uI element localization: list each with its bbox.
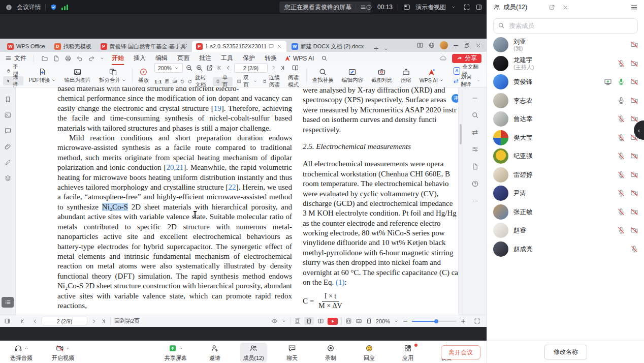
bottombar-button[interactable]: 共享屏幕	[162, 343, 190, 362]
statusbar-zoom-label[interactable]: 200%	[376, 318, 390, 324]
fit-width-icon[interactable]	[356, 318, 362, 324]
popout-panel-icon[interactable]	[549, 4, 555, 11]
menu-item[interactable]: 转换	[265, 54, 277, 63]
menu-item[interactable]: 工具	[221, 54, 233, 63]
print-icon[interactable]	[65, 55, 72, 62]
skin-settings-icon[interactable]	[428, 42, 435, 49]
wps-document-tab[interactable]: P 1-s2.0-S2352152X23011337	[192, 41, 286, 52]
continuous-mode-icon[interactable]	[294, 318, 301, 324]
bottombar-button[interactable]: 邀请	[201, 343, 229, 362]
menu-item[interactable]: 开始	[112, 54, 124, 63]
member-row[interactable]: 刘亚 (我)	[487, 36, 644, 54]
fullscreen-icon[interactable]	[463, 4, 470, 11]
rename-button[interactable]: 修改名称	[544, 345, 587, 359]
bottombar-button[interactable]: 应用	[394, 343, 422, 362]
minimize-window-icon[interactable]	[453, 42, 459, 49]
first-page-icon[interactable]	[216, 65, 222, 71]
bottombar-button[interactable]: 聊天	[278, 343, 306, 362]
play-slideshow-button[interactable]: 播放	[136, 67, 151, 84]
zoom-out-icon[interactable]	[185, 64, 193, 72]
annotation-badge-icon[interactable]	[268, 43, 274, 49]
page-number-input[interactable]	[235, 65, 267, 72]
search-members-input[interactable]	[493, 18, 638, 34]
fit-width-icon[interactable]	[172, 78, 177, 85]
info-icon[interactable]	[5, 4, 13, 11]
edit-content-button[interactable]: 编辑内容	[339, 67, 366, 84]
bottombar-button[interactable]: 回应	[356, 343, 383, 362]
member-row[interactable]: 赵睿	[487, 221, 644, 240]
close-panel-icon[interactable]	[562, 4, 569, 11]
chevron-down-icon[interactable]	[451, 5, 456, 10]
layers-icon[interactable]	[4, 174, 12, 182]
bottombar-button[interactable]: 录制	[317, 343, 344, 362]
statusbar-page-input[interactable]	[42, 317, 87, 325]
wps-document-tab[interactable]: D 找稻壳模板	[50, 41, 95, 52]
undo-icon[interactable]	[76, 55, 83, 62]
bottombar-button[interactable]: 选择音频	[7, 343, 36, 362]
save-icon[interactable]	[53, 55, 60, 62]
restore-window-icon[interactable]	[464, 42, 470, 49]
member-row[interactable]: 黄俊锋	[487, 73, 644, 92]
menu-item[interactable]: 插入	[134, 54, 146, 63]
sidebar-toggle-icon[interactable]	[4, 318, 11, 324]
export-image-button[interactable]: 输出为图片	[62, 67, 94, 84]
chevron-down-icon[interactable]	[100, 56, 105, 61]
double-page-mode-icon[interactable]	[317, 318, 324, 324]
cloud-sync-icon[interactable]	[439, 54, 447, 62]
pdf-page[interactable]: based materials with tailored structure …	[16, 87, 458, 315]
help-icon[interactable]	[471, 180, 479, 188]
redo-icon[interactable]	[88, 55, 95, 62]
wps-ai-button[interactable]: WPS AI	[417, 68, 446, 84]
menu-item[interactable]: 页面	[177, 54, 189, 63]
open-file-icon[interactable]	[41, 55, 48, 62]
menu-item[interactable]: 编辑	[155, 54, 168, 63]
page-preview-icon[interactable]	[471, 163, 479, 170]
actual-size-button[interactable]: 1:1	[154, 79, 162, 84]
member-row[interactable]: 樊大宝	[487, 129, 644, 147]
wps-document-tab[interactable]: W WPS Office	[3, 41, 49, 52]
select-tool-button[interactable]: 选择	[3, 76, 23, 85]
single-page-button[interactable]: 单页	[213, 77, 233, 86]
wps-ai-menu[interactable]: WPS AI	[284, 55, 314, 62]
catalog-toggle-button[interactable]	[2, 297, 14, 308]
member-row[interactable]: 曾达幸	[487, 110, 644, 129]
share-button[interactable]: 分享	[452, 54, 481, 63]
pdf-convert-button[interactable]: PDF转换	[26, 67, 59, 84]
chevron-down-icon[interactable]	[281, 319, 286, 324]
zoom-in-plus-icon[interactable]	[460, 318, 466, 324]
tab-list-chevron-icon[interactable]	[383, 47, 389, 52]
member-row[interactable]: 龙建宇 (主持人)	[487, 54, 644, 73]
zoom-in-icon[interactable]	[196, 64, 203, 72]
chevron-up-icon[interactable]	[24, 346, 29, 351]
zoom-slider[interactable]	[412, 321, 457, 322]
single-page-mode-icon[interactable]	[304, 317, 314, 325]
scrollbar-thumb[interactable]	[460, 124, 462, 144]
find-replace-button[interactable]: 查找替换	[310, 67, 336, 84]
comment-icon[interactable]	[4, 127, 12, 135]
split-view-icon[interactable]	[416, 42, 424, 49]
leave-meeting-button[interactable]: 离开会议	[441, 345, 480, 359]
last-page-icon[interactable]	[101, 318, 107, 324]
view-layout-icon[interactable]	[403, 4, 410, 11]
double-page-button[interactable]: 双页	[235, 77, 259, 86]
actual-size-icon[interactable]	[366, 318, 372, 324]
wps-document-tab[interactable]: W 新建 DOCX 文档 (2).docx	[287, 41, 368, 52]
search-icon[interactable]	[471, 111, 479, 119]
chevron-up-icon[interactable]	[178, 346, 183, 351]
bottombar-button[interactable]: 成员(12)	[240, 343, 267, 362]
last-page-icon[interactable]	[279, 65, 286, 71]
word-translate-button[interactable]: ⇄划词翻译	[450, 76, 484, 85]
translate-bubble-icon[interactable]: 译	[452, 94, 458, 103]
thumbnail-icon[interactable]	[4, 111, 12, 119]
rotate-right-icon[interactable]	[187, 78, 192, 85]
more-tools-icon[interactable]	[471, 197, 479, 205]
collapse-toolbar-icon[interactable]	[471, 95, 478, 102]
compress-button[interactable]: 压缩	[398, 67, 414, 84]
panel-menu-icon[interactable]	[630, 4, 638, 11]
previous-page-icon[interactable]	[225, 65, 232, 71]
play-mode-button[interactable]	[328, 318, 338, 325]
member-row[interactable]: 李志农	[487, 92, 644, 110]
split-merge-button[interactable]: 拆分合并	[96, 67, 129, 84]
bottombar-button[interactable]: 开启视频	[49, 343, 77, 362]
user-avatar[interactable]	[440, 41, 448, 49]
